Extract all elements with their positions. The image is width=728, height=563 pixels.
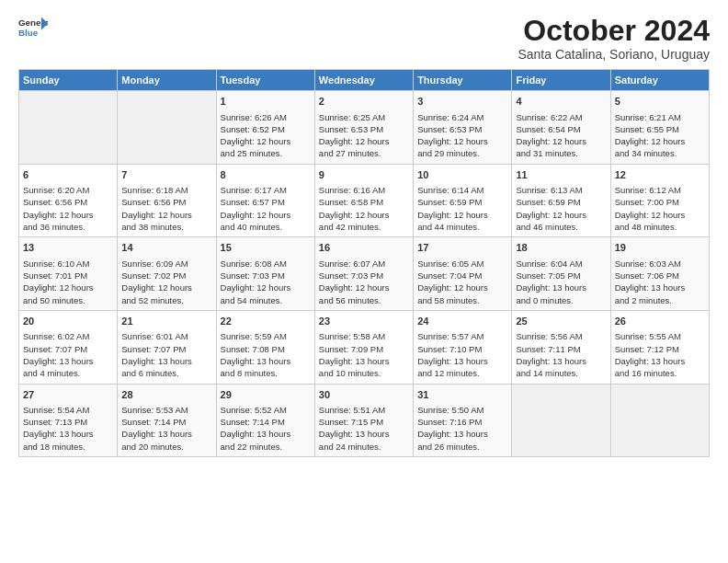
day-number: 16 xyxy=(319,241,409,255)
calendar-cell xyxy=(512,384,610,457)
week-row-2: 6Sunrise: 6:20 AMSunset: 6:56 PMDaylight… xyxy=(19,164,710,237)
day-info: Daylight: 13 hours xyxy=(615,282,705,293)
calendar-cell: 17Sunrise: 6:05 AMSunset: 7:04 PMDayligh… xyxy=(414,237,512,311)
week-row-3: 13Sunrise: 6:10 AMSunset: 7:01 PMDayligh… xyxy=(19,237,710,311)
day-info: Sunrise: 6:21 AM xyxy=(615,111,705,123)
day-info: Daylight: 12 hours xyxy=(417,209,507,221)
day-info: Sunset: 7:03 PM xyxy=(319,270,409,282)
day-info: Daylight: 13 hours xyxy=(516,282,606,293)
day-number: 29 xyxy=(221,388,311,402)
svg-text:Blue: Blue xyxy=(18,28,39,38)
day-info: Sunset: 7:04 PM xyxy=(417,270,507,282)
calendar-cell: 5Sunrise: 6:21 AMSunset: 6:55 PMDaylight… xyxy=(610,91,709,165)
day-info: Daylight: 12 hours xyxy=(516,209,606,221)
day-info: Sunset: 6:53 PM xyxy=(319,123,409,135)
calendar-cell: 9Sunrise: 6:16 AMSunset: 6:58 PMDaylight… xyxy=(314,164,413,237)
week-row-5: 27Sunrise: 5:54 AMSunset: 7:13 PMDayligh… xyxy=(19,384,710,457)
day-info: and 42 minutes. xyxy=(319,221,409,233)
day-info: and 56 minutes. xyxy=(319,294,409,306)
day-info: Sunset: 7:06 PM xyxy=(615,270,705,282)
day-info: Sunset: 7:11 PM xyxy=(516,343,606,355)
logo-icon: General Blue xyxy=(18,15,48,40)
title-block: October 2024 Santa Catalina, Soriano, Ur… xyxy=(518,15,710,62)
day-number: 30 xyxy=(319,388,409,402)
day-number: 24 xyxy=(417,315,507,328)
day-info: Daylight: 12 hours xyxy=(319,209,409,221)
day-number: 25 xyxy=(516,315,606,328)
calendar-cell: 28Sunrise: 5:53 AMSunset: 7:14 PMDayligh… xyxy=(118,384,216,457)
day-info: Sunset: 7:03 PM xyxy=(221,270,311,282)
month-title: October 2024 xyxy=(518,15,710,47)
day-info: Sunrise: 5:53 AM xyxy=(121,404,211,416)
day-info: Sunset: 7:14 PM xyxy=(221,416,311,428)
day-number: 4 xyxy=(516,95,606,109)
calendar-cell xyxy=(610,384,709,457)
day-info: Sunset: 7:12 PM xyxy=(615,343,705,355)
calendar-cell: 26Sunrise: 5:55 AMSunset: 7:12 PMDayligh… xyxy=(610,310,709,384)
day-number: 7 xyxy=(121,168,211,182)
day-header-monday: Monday xyxy=(118,70,216,91)
day-info: and 10 minutes. xyxy=(319,367,409,379)
day-number: 19 xyxy=(615,241,705,255)
day-info: and 6 minutes. xyxy=(121,367,211,379)
calendar-cell xyxy=(118,91,216,165)
calendar-cell: 30Sunrise: 5:51 AMSunset: 7:15 PMDayligh… xyxy=(314,384,413,457)
day-info: Sunrise: 6:09 AM xyxy=(121,258,211,270)
day-number: 12 xyxy=(615,168,705,182)
day-info: and 31 minutes. xyxy=(516,147,606,159)
day-info: Sunrise: 5:59 AM xyxy=(221,330,311,342)
day-number: 5 xyxy=(615,95,705,109)
day-number: 13 xyxy=(23,241,113,255)
day-info: Daylight: 13 hours xyxy=(23,355,113,367)
day-info: Sunrise: 5:52 AM xyxy=(221,404,311,416)
day-info: Daylight: 13 hours xyxy=(516,355,606,367)
day-info: Daylight: 13 hours xyxy=(417,355,507,367)
calendar-cell: 22Sunrise: 5:59 AMSunset: 7:08 PMDayligh… xyxy=(216,310,314,384)
day-number: 20 xyxy=(23,315,113,328)
day-info: and 25 minutes. xyxy=(221,147,311,159)
day-info: and 12 minutes. xyxy=(417,367,507,379)
calendar-cell: 1Sunrise: 6:26 AMSunset: 6:52 PMDaylight… xyxy=(216,91,314,165)
subtitle: Santa Catalina, Soriano, Uruguay xyxy=(518,47,710,62)
day-info: and 46 minutes. xyxy=(516,221,606,233)
calendar-cell: 11Sunrise: 6:13 AMSunset: 6:59 PMDayligh… xyxy=(512,164,610,237)
day-info: Daylight: 12 hours xyxy=(319,135,409,147)
day-info: Sunset: 7:07 PM xyxy=(23,343,113,355)
day-info: Sunset: 6:54 PM xyxy=(516,123,606,135)
day-info: Sunrise: 6:07 AM xyxy=(319,258,409,270)
day-info: Daylight: 12 hours xyxy=(417,282,507,293)
day-info: Daylight: 12 hours xyxy=(221,209,311,221)
day-info: Sunset: 6:59 PM xyxy=(516,196,606,208)
week-row-4: 20Sunrise: 6:02 AMSunset: 7:07 PMDayligh… xyxy=(19,310,710,384)
day-info: Sunrise: 6:22 AM xyxy=(516,111,606,123)
calendar-cell: 3Sunrise: 6:24 AMSunset: 6:53 PMDaylight… xyxy=(414,91,512,165)
day-number: 31 xyxy=(417,388,507,402)
day-info: Sunrise: 6:13 AM xyxy=(516,184,606,196)
day-number: 15 xyxy=(221,241,311,255)
day-info: Sunset: 6:57 PM xyxy=(221,196,311,208)
day-info: Sunrise: 6:05 AM xyxy=(417,258,507,270)
day-info: Daylight: 13 hours xyxy=(319,428,409,440)
day-info: and 20 minutes. xyxy=(121,441,211,453)
calendar-cell: 23Sunrise: 5:58 AMSunset: 7:09 PMDayligh… xyxy=(314,310,413,384)
calendar-table: SundayMondayTuesdayWednesdayThursdayFrid… xyxy=(18,69,710,457)
calendar-cell: 27Sunrise: 5:54 AMSunset: 7:13 PMDayligh… xyxy=(19,384,118,457)
calendar-cell: 2Sunrise: 6:25 AMSunset: 6:53 PMDaylight… xyxy=(314,91,413,165)
day-info: Daylight: 13 hours xyxy=(121,428,211,440)
day-number: 2 xyxy=(319,95,409,109)
calendar-cell: 25Sunrise: 5:56 AMSunset: 7:11 PMDayligh… xyxy=(512,310,610,384)
day-info: Sunset: 7:05 PM xyxy=(516,270,606,282)
day-info: and 40 minutes. xyxy=(221,221,311,233)
day-info: Sunrise: 5:58 AM xyxy=(319,330,409,342)
day-info: Sunrise: 5:51 AM xyxy=(319,404,409,416)
calendar-cell: 12Sunrise: 6:12 AMSunset: 7:00 PMDayligh… xyxy=(610,164,709,237)
day-info: Sunset: 6:56 PM xyxy=(23,196,113,208)
calendar-cell: 19Sunrise: 6:03 AMSunset: 7:06 PMDayligh… xyxy=(610,237,709,311)
day-info: Daylight: 12 hours xyxy=(221,135,311,147)
day-info: and 22 minutes. xyxy=(221,441,311,453)
day-number: 26 xyxy=(615,315,705,328)
week-row-1: 1Sunrise: 6:26 AMSunset: 6:52 PMDaylight… xyxy=(19,91,710,165)
day-number: 10 xyxy=(417,168,507,182)
day-info: Sunset: 7:09 PM xyxy=(319,343,409,355)
day-info: Sunset: 7:07 PM xyxy=(121,343,211,355)
